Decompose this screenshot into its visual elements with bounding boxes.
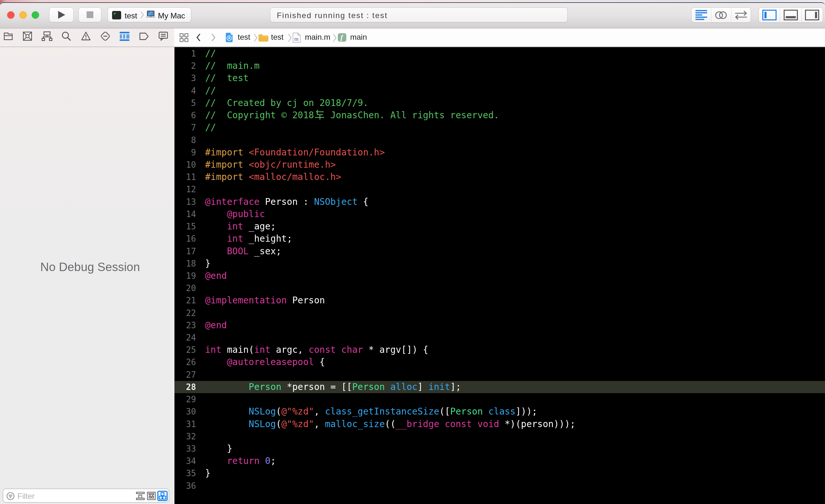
zoom-button[interactable] <box>32 11 39 19</box>
issue-navigator-button[interactable] <box>79 30 92 43</box>
assistant-editor-button[interactable] <box>711 8 731 22</box>
breadcrumb-main[interactable]: main <box>350 32 367 42</box>
token: { <box>358 197 369 207</box>
code-line-36[interactable]: 36 <box>174 480 825 492</box>
token: Person <box>450 406 483 417</box>
view-grouped-button[interactable] <box>147 492 156 500</box>
token: @autoreleasepool <box>227 357 314 367</box>
find-navigator-button[interactable] <box>60 30 73 43</box>
token <box>205 357 227 367</box>
code-line-33[interactable]: 33 } <box>174 443 825 455</box>
code-line-30[interactable]: 30 NSLog(@"%zd", class_getInstanceSize([… <box>174 406 825 418</box>
version-editor-button[interactable] <box>731 8 751 22</box>
report-icon <box>159 32 168 41</box>
code-line-19[interactable]: 19@end <box>174 270 825 282</box>
code-line-17[interactable]: 17 BOOL _sex; <box>174 245 825 258</box>
run-button[interactable] <box>49 7 74 22</box>
token <box>205 209 227 219</box>
token: NSLog <box>249 419 276 429</box>
token: NSObject <box>314 197 358 207</box>
code-line-8[interactable]: 8 <box>174 134 825 146</box>
code-line-32[interactable]: 32 <box>174 430 825 443</box>
code-line-16[interactable]: 16 int _height; <box>174 233 825 245</box>
code-line-2[interactable]: 2// main.m <box>174 60 825 72</box>
code-line-20[interactable]: 20 <box>174 282 825 294</box>
code-line-31[interactable]: 31 NSLog(@"%zd", malloc_size((__bridge c… <box>174 418 825 430</box>
standard-editor-button[interactable] <box>692 8 711 22</box>
debug-navigator-button[interactable] <box>118 30 131 43</box>
symbol-icon <box>41 31 52 41</box>
symbol-navigator-button[interactable] <box>41 30 53 43</box>
code-line-25[interactable]: 25int main(int argc, const char * argv[]… <box>174 344 825 356</box>
chevron-separator-icon <box>253 33 257 43</box>
code-line-13[interactable]: 13@interface Person : NSObject { <box>174 196 825 208</box>
code-line-4[interactable]: 4// <box>174 85 825 97</box>
source-control-navigator-button[interactable] <box>21 30 34 43</box>
toggle-debug-area-button[interactable] <box>780 8 801 22</box>
token: const <box>308 344 335 355</box>
toggle-navigator-button[interactable] <box>759 8 780 22</box>
toggle-utilities-button[interactable] <box>802 8 823 22</box>
token: main( <box>222 344 254 355</box>
token: #import <box>205 147 243 158</box>
debug-filter-bar[interactable]: Filter <box>3 489 169 503</box>
code-line-11[interactable]: 11#import <malloc/malloc.h> <box>174 171 825 183</box>
test-navigator-button[interactable] <box>99 30 112 43</box>
line-number: 18 <box>174 258 196 270</box>
related-items-icon[interactable] <box>179 33 188 42</box>
token: BOOL <box>227 246 248 257</box>
code-line-22[interactable]: 22 <box>174 307 825 319</box>
code-line-34[interactable]: 34 return 0; <box>174 455 825 467</box>
report-navigator-button[interactable] <box>157 30 169 43</box>
close-button[interactable] <box>7 11 14 19</box>
token: // main.m <box>205 60 260 71</box>
code-line-29[interactable]: 29 <box>174 393 825 406</box>
code-line-15[interactable]: 15 int _age; <box>174 220 825 233</box>
code-line-7[interactable]: 7// <box>174 122 825 134</box>
code-line-6[interactable]: 6// Copyright © 2018 JonasChen. All righ… <box>174 109 825 122</box>
editor-mode-buttons <box>691 7 751 23</box>
scheme-name[interactable]: test <box>125 11 137 20</box>
filter-input[interactable]: Filter <box>17 492 34 501</box>
stop-icon <box>87 11 93 18</box>
breadcrumb-test[interactable]: test <box>238 32 250 42</box>
breadcrumb-main.m[interactable]: main.m <box>305 32 330 42</box>
code-line-26[interactable]: 26 @autoreleasepool { <box>174 356 825 368</box>
token: ( <box>276 419 281 429</box>
token: ([ <box>439 406 450 417</box>
scheme-device[interactable]: My Mac <box>158 11 185 20</box>
minimize-button[interactable] <box>19 11 27 19</box>
code-line-10[interactable]: 10#import <objc/runtime.h> <box>174 159 825 171</box>
token: *person = [[ <box>281 381 352 392</box>
code-line-18[interactable]: 18} <box>174 258 825 270</box>
breakpoint-navigator-button[interactable] <box>137 30 150 43</box>
code-line-14[interactable]: 14 @public <box>174 208 825 220</box>
code-line-3[interactable]: 3// test <box>174 72 825 84</box>
view-hierarchy-button[interactable] <box>157 491 168 501</box>
breadcrumb-test[interactable]: test <box>271 32 284 42</box>
code-line-27[interactable]: 27 <box>174 369 825 381</box>
m-file-icon: m <box>292 32 301 43</box>
code-line-5[interactable]: 5// Created by cj on 2018/7/9. <box>174 97 825 109</box>
code-line-28[interactable]: 28 Person *person = [[Person alloc] init… <box>174 381 825 393</box>
token: __bridge <box>396 419 439 429</box>
project-navigator-button[interactable] <box>2 30 14 43</box>
token: #import <box>205 159 243 170</box>
forward-button[interactable] <box>211 33 216 42</box>
code-line-9[interactable]: 9#import <Foundation/Foundation.h> <box>174 146 825 159</box>
code-line-23[interactable]: 23@end <box>174 319 825 332</box>
jump-bar[interactable]: testtestmmain.mfmain <box>174 28 825 47</box>
chevron-separator-icon <box>288 33 292 43</box>
code-line-24[interactable]: 24 <box>174 332 825 344</box>
folder-icon <box>4 32 13 40</box>
search-icon <box>61 31 71 41</box>
scheme-selector[interactable]: test My Mac <box>107 7 191 22</box>
back-button[interactable] <box>196 33 201 42</box>
stop-button[interactable] <box>78 7 101 22</box>
code-line-21[interactable]: 21@implementation Person <box>174 294 825 307</box>
code-line-1[interactable]: 1// <box>174 48 825 60</box>
code-line-12[interactable]: 12 <box>174 183 825 196</box>
source-editor[interactable]: 1//2// main.m3// test4//5// Created by c… <box>174 47 825 504</box>
view-flat-button[interactable] <box>136 492 145 500</box>
code-line-35[interactable]: 35} <box>174 467 825 480</box>
